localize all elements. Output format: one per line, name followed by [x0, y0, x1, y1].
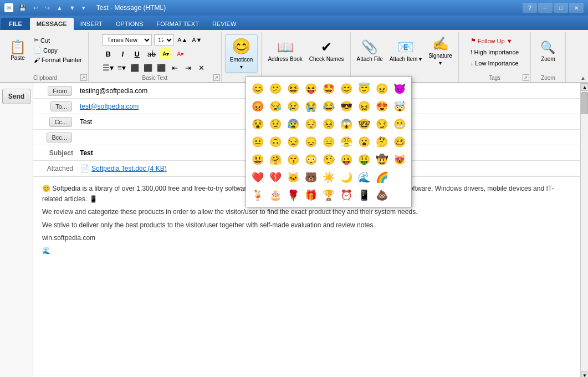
- font-size-select[interactable]: 12: [154, 34, 174, 45]
- from-button[interactable]: From: [48, 86, 72, 96]
- emoji-cell[interactable]: 😏: [374, 116, 390, 133]
- help-btn[interactable]: ?: [523, 3, 537, 13]
- format-painter-button[interactable]: 🖌 Format Painter: [31, 55, 85, 64]
- emoji-cell[interactable]: 🤠: [374, 151, 390, 168]
- emoji-cell[interactable]: 🌊: [356, 169, 372, 186]
- clipboard-expander[interactable]: ↗: [80, 74, 87, 81]
- emoji-cell[interactable]: 🤑: [356, 151, 372, 168]
- emoji-cell[interactable]: 🙃: [267, 134, 284, 150]
- emoji-cell[interactable]: 🌙: [338, 169, 355, 186]
- emoji-cell[interactable]: 😊: [249, 80, 266, 97]
- emoji-cell[interactable]: 🤓: [356, 116, 372, 133]
- emoji-cell[interactable]: 😡: [249, 98, 266, 115]
- down-btn[interactable]: ▼: [67, 3, 78, 13]
- emoji-cell[interactable]: 😛: [338, 151, 355, 168]
- align-right-btn[interactable]: ⬛: [155, 62, 167, 73]
- scroll-down-btn[interactable]: ▼: [581, 371, 588, 377]
- signature-button[interactable]: ✍ Signature ▾: [426, 34, 455, 68]
- window-controls[interactable]: ? ─ □ ✕: [523, 3, 584, 13]
- emoji-cell[interactable]: 😮: [356, 134, 372, 150]
- emoji-cell[interactable]: 😤: [338, 134, 355, 150]
- emoji-cell[interactable]: 😵: [249, 116, 266, 133]
- attached-file-link[interactable]: Softpedia Test.doc (4 KB): [91, 165, 167, 172]
- emoji-cell[interactable]: 😻: [391, 151, 408, 168]
- emoji-cell[interactable]: 😰: [285, 116, 301, 133]
- numbering-btn[interactable]: ≡▾: [115, 62, 127, 73]
- emoji-cell[interactable]: 😕: [267, 80, 284, 97]
- emoji-cell[interactable]: 😐: [249, 134, 266, 150]
- indent-btn[interactable]: ⇥: [182, 62, 194, 73]
- emoji-cell[interactable]: 🌹: [285, 187, 301, 203]
- undo-btn[interactable]: ↩: [31, 3, 40, 13]
- redo-btn[interactable]: ↪: [43, 3, 52, 13]
- align-left-btn[interactable]: ⬛: [129, 62, 141, 73]
- copy-button[interactable]: 📄 Copy: [31, 45, 85, 55]
- emoji-cell[interactable]: 😈: [391, 80, 408, 97]
- emoji-cell[interactable]: 🍹: [249, 187, 266, 203]
- font-grow-btn[interactable]: A▲: [176, 34, 188, 45]
- emoji-cell[interactable]: ❤️: [249, 169, 266, 186]
- emoji-cell[interactable]: 😎: [338, 98, 355, 115]
- minimize-btn[interactable]: ─: [538, 3, 553, 13]
- emoji-cell[interactable]: 🥴: [391, 134, 408, 150]
- clear-format-btn[interactable]: ✕: [195, 62, 207, 73]
- basictext-expander[interactable]: ↗: [213, 74, 220, 81]
- emoji-cell[interactable]: 😳: [303, 151, 319, 168]
- emoji-cell[interactable]: 🤯: [391, 98, 408, 115]
- emoji-cell[interactable]: 😇: [356, 80, 372, 97]
- emoji-cell[interactable]: 😪: [267, 98, 284, 115]
- dropdown-btn[interactable]: ▾: [80, 3, 88, 13]
- font-family-select[interactable]: Times New: [102, 34, 152, 45]
- underline-btn[interactable]: U: [131, 48, 143, 59]
- fontcolor-btn[interactable]: A▾: [174, 48, 186, 59]
- paste-button[interactable]: 📋 Paste: [6, 34, 30, 67]
- emoji-cell[interactable]: 😝: [303, 80, 319, 97]
- emoji-cell[interactable]: 😱: [338, 116, 355, 133]
- emoji-cell[interactable]: 😒: [285, 134, 301, 150]
- emoji-cell[interactable]: 📱: [356, 187, 372, 203]
- font-shrink-btn[interactable]: A▼: [191, 34, 203, 45]
- italic-btn[interactable]: I: [116, 48, 129, 59]
- emoticon-button[interactable]: 😊 Emoticon ▾: [225, 34, 258, 73]
- emoji-cell[interactable]: 💔: [267, 169, 284, 186]
- vertical-scrollbar[interactable]: ▲ ▼: [580, 83, 588, 377]
- attach-item-button[interactable]: 📧 Attach Item ▾: [387, 34, 425, 67]
- emoji-cell[interactable]: 😆: [285, 80, 301, 97]
- attach-file-button[interactable]: 📎 Attach File: [354, 34, 386, 67]
- emoji-cell[interactable]: 😖: [356, 98, 372, 115]
- emoji-cell[interactable]: [391, 169, 408, 186]
- check-names-button[interactable]: ✔ Check Names: [306, 34, 347, 67]
- emoji-cell[interactable]: 😢: [285, 98, 301, 115]
- cut-button[interactable]: ✂ Cut: [31, 35, 85, 45]
- bold-btn[interactable]: B: [102, 48, 114, 59]
- up-btn[interactable]: ▲: [54, 3, 65, 13]
- align-center-btn[interactable]: ⬛: [142, 62, 154, 73]
- emoji-cell[interactable]: 😠: [374, 80, 390, 97]
- tab-review[interactable]: REVIEW: [206, 18, 243, 30]
- tab-insert[interactable]: INSERT: [74, 18, 109, 30]
- emoji-cell[interactable]: 🤔: [374, 134, 390, 150]
- high-importance-button[interactable]: ! High Importance: [467, 47, 523, 57]
- emoji-cell[interactable]: 🤥: [320, 151, 337, 168]
- low-importance-button[interactable]: ↓ Low Importance: [467, 58, 523, 68]
- strikethrough-btn[interactable]: ab̶: [145, 48, 157, 59]
- emoji-cell[interactable]: 😣: [320, 116, 337, 133]
- emoji-cell[interactable]: 🤗: [267, 151, 284, 168]
- emoji-cell[interactable]: 😍: [374, 98, 390, 115]
- highlight-btn[interactable]: A▾: [160, 48, 172, 59]
- emoji-cell[interactable]: 😬: [391, 116, 408, 133]
- emoji-cell[interactable]: 🐱: [285, 169, 301, 186]
- save-quick-btn[interactable]: 💾: [17, 3, 29, 13]
- emoji-cell[interactable]: 😔: [303, 116, 319, 133]
- to-button[interactable]: To...: [50, 101, 72, 111]
- emoji-cell[interactable]: 😃: [249, 151, 266, 168]
- emoji-cell[interactable]: 💩: [374, 187, 390, 203]
- emoji-cell[interactable]: 🎂: [267, 187, 284, 203]
- emoji-cell[interactable]: 🎁: [303, 187, 319, 203]
- zoom-button[interactable]: 🔍 Zoom: [534, 34, 562, 68]
- emoji-cell[interactable]: 😊: [338, 80, 355, 97]
- emoji-cell[interactable]: ☀️: [320, 169, 337, 186]
- emoji-cell[interactable]: 🌈: [374, 169, 390, 186]
- cc-button[interactable]: Cc...: [49, 117, 72, 127]
- emoji-cell[interactable]: 🏆: [320, 187, 337, 203]
